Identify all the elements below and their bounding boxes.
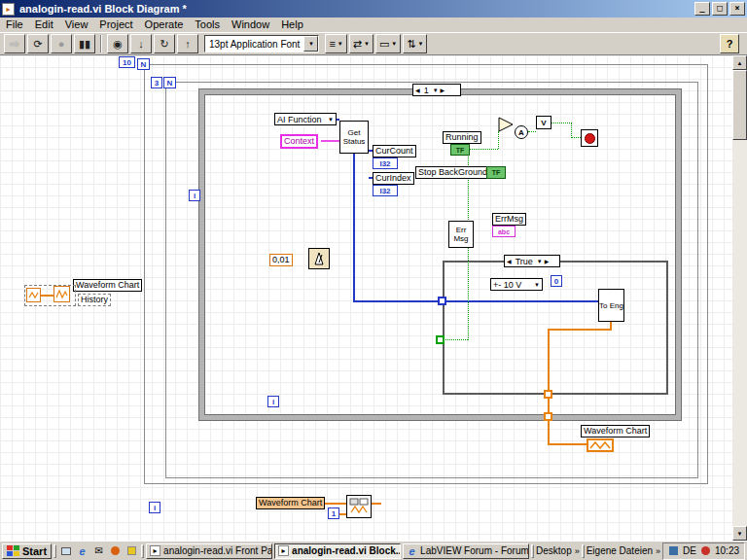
numeric-constant-0[interactable]: 0 (551, 275, 562, 287)
internet-explorer-icon[interactable]: e (75, 543, 89, 558)
block-diagram-canvas[interactable]: 10 N 3 N i i i ◀ 1 ▼ ▶ AI Function ▼ Con… (0, 55, 732, 541)
tunnel[interactable] (436, 335, 445, 344)
context-string[interactable]: Context (280, 134, 318, 149)
waveform-chart-terminal[interactable] (587, 438, 614, 452)
highlight-execution-button[interactable]: ◉ (107, 34, 128, 53)
count-terminal-n[interactable]: N (137, 58, 150, 70)
get-status-node[interactable]: Get Status (339, 121, 369, 154)
distribute-objects-button[interactable]: ⇄ ▼ (349, 34, 374, 53)
step-out-button[interactable]: ↑ (177, 34, 198, 53)
history-label[interactable]: History (78, 294, 111, 306)
abort-button[interactable]: ● (51, 34, 72, 53)
stop-background-label[interactable]: Stop BackGround (415, 166, 490, 179)
tunnel[interactable] (438, 297, 446, 305)
close-button[interactable]: × (729, 2, 745, 16)
run-continuous-button[interactable]: ⟳ (27, 34, 49, 53)
chart-history-node[interactable] (346, 495, 372, 518)
toolbar-handle[interactable] (141, 544, 144, 558)
numeric-constant-10[interactable]: 10 (119, 56, 135, 68)
step-over-button[interactable]: ↻ (154, 34, 175, 53)
case-dropdown-icon[interactable]: ▼ (537, 259, 543, 264)
menu-file[interactable]: File (0, 18, 29, 32)
curcount-label[interactable]: CurCount (373, 145, 416, 158)
chevron-icon[interactable]: » (656, 546, 660, 556)
toolbar-handle[interactable] (582, 544, 585, 558)
running-label[interactable]: Running (443, 131, 481, 144)
context-help-button[interactable]: ? (720, 34, 739, 53)
font-selector-arrow-icon[interactable]: ▼ (303, 36, 318, 52)
iteration-terminal[interactable]: i (149, 502, 160, 513)
task-browser[interactable]: e LabVIEW Forum - Forum f... (403, 543, 529, 559)
chevron-icon[interactable]: » (575, 546, 580, 556)
maximize-button[interactable]: □ (712, 2, 728, 16)
comparison-function[interactable] (498, 117, 514, 132)
iteration-terminal[interactable]: i (189, 190, 200, 201)
numeric-constant-1[interactable]: 1 (328, 508, 339, 519)
tray-app-icon[interactable] (700, 545, 711, 556)
string-indicator[interactable]: abc (492, 226, 516, 237)
media-player-icon[interactable] (108, 543, 123, 558)
case-selector-true[interactable]: ◀ True ▼ ▶ (504, 255, 560, 267)
clock[interactable]: 10:23 (715, 545, 739, 556)
titlebar[interactable]: ▸ analogin-read.vi Block Diagram * _ □ × (0, 0, 747, 18)
wait-constant[interactable]: 0,01 (269, 254, 293, 266)
curindex-label[interactable]: CurIndex (373, 172, 414, 185)
scroll-up-icon[interactable]: ▲ (732, 55, 747, 70)
toolbar-handle[interactable] (53, 544, 56, 558)
pause-button[interactable]: ▮▮ (74, 34, 95, 53)
case-selector[interactable]: ◀ 1 ▼ ▶ (412, 84, 461, 96)
case-dropdown-icon[interactable]: ▼ (433, 88, 439, 93)
desktop-toolbar[interactable]: Desktop » (536, 545, 580, 556)
to-eng-node[interactable]: To Eng (598, 289, 624, 322)
i32-indicator[interactable]: I32 (373, 185, 398, 196)
tf-terminal[interactable]: TF (450, 144, 470, 156)
tray-app-icon[interactable] (668, 545, 679, 556)
reorder-button[interactable]: ⇅ ▼ (403, 34, 427, 53)
boolean-wire[interactable] (444, 339, 468, 340)
wire[interactable] (339, 513, 346, 515)
next-case-icon[interactable]: ▶ (545, 258, 550, 264)
align-objects-button[interactable]: ≡ ▼ (325, 34, 346, 53)
boolean-wire[interactable] (571, 122, 572, 138)
analog-wire[interactable] (548, 443, 587, 445)
resize-objects-button[interactable]: ▭ ▼ (375, 34, 401, 53)
count-terminal-n[interactable]: N (163, 77, 176, 88)
menu-help[interactable]: Help (275, 18, 309, 32)
tunnel[interactable] (544, 390, 552, 399)
numeric-constant-3[interactable]: 3 (151, 77, 162, 88)
wire[interactable] (372, 503, 381, 505)
minimize-button[interactable]: _ (694, 2, 710, 16)
errmsg-label[interactable]: ErrMsg (492, 213, 526, 226)
prev-case-icon[interactable]: ◀ (415, 87, 420, 93)
eigene-dateien-toolbar[interactable]: Eigene Dateien » (587, 545, 660, 556)
chart-property-icon[interactable] (26, 288, 41, 302)
string-wire[interactable] (321, 140, 339, 142)
analog-wire[interactable] (548, 329, 550, 445)
iteration-terminal[interactable]: i (267, 396, 279, 407)
boolean-wire[interactable] (498, 131, 499, 149)
vertical-scrollbar[interactable]: ▲ ▼ (732, 55, 747, 541)
step-into-button[interactable]: ↓ (130, 34, 152, 53)
boolean-wire[interactable] (551, 122, 572, 123)
menu-edit[interactable]: Edit (29, 18, 59, 32)
or-node[interactable]: V (536, 116, 551, 129)
font-selector[interactable]: 13pt Application Font ▼ (204, 35, 319, 52)
menu-tools[interactable]: Tools (189, 18, 226, 32)
abs-value-node[interactable]: A (515, 125, 528, 139)
i32-indicator[interactable]: I32 (373, 158, 398, 169)
menu-project[interactable]: Project (93, 18, 138, 32)
task-block-diagram[interactable]: ▸ analogin-read.vi Block... (274, 543, 401, 559)
waveform-chart-label[interactable]: Waveform Chart (581, 425, 650, 438)
show-desktop-icon[interactable] (58, 543, 73, 558)
numeric-wire[interactable] (353, 300, 598, 302)
numeric-wire[interactable] (353, 154, 355, 302)
chart-history-icon[interactable] (53, 286, 70, 302)
tf-terminal[interactable]: TF (486, 166, 506, 179)
run-button[interactable]: ⇨ (4, 34, 25, 53)
system-tray[interactable]: DE 10:23 (662, 542, 745, 560)
scroll-thumb[interactable] (732, 70, 747, 140)
prev-case-icon[interactable]: ◀ (507, 258, 512, 264)
task-front-panel[interactable]: ▸ analogin-read.vi Front Pa... (146, 543, 272, 559)
menu-view[interactable]: View (59, 18, 94, 32)
ai-function-dropdown[interactable]: AI Function ▼ (274, 113, 337, 125)
